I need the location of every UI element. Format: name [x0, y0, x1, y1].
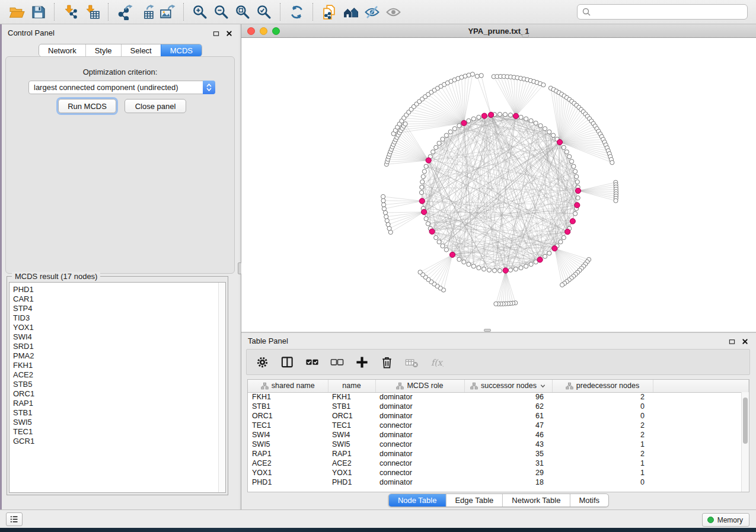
- mcds-result-list[interactable]: PHD1CAR1STP4TID3YOX1SWI4SRD1PMA2FKH1ACE2…: [9, 282, 226, 493]
- cell-shared-name[interactable]: ORC1: [248, 411, 328, 421]
- table-scrollbar[interactable]: [741, 392, 749, 492]
- mcds-result-item[interactable]: PMA2: [13, 351, 225, 361]
- tab-mcds[interactable]: MCDS: [161, 44, 202, 56]
- mcds-hub-node[interactable]: [481, 113, 487, 118]
- network-node[interactable]: [421, 175, 425, 179]
- cell-predecessor-nodes[interactable]: 2: [552, 430, 653, 440]
- cell-name[interactable]: FKH1: [328, 392, 375, 402]
- network-node[interactable]: [529, 118, 533, 123]
- zoom-out-button[interactable]: [210, 2, 232, 22]
- column-header-successor-nodes[interactable]: successor nodes: [464, 380, 552, 392]
- mcds-result-item[interactable]: TEC1: [13, 427, 225, 437]
- network-node[interactable]: [492, 268, 496, 273]
- network-node[interactable]: [534, 121, 538, 125]
- network-node[interactable]: [562, 145, 566, 149]
- cell-predecessor-nodes[interactable]: 2: [552, 421, 653, 430]
- import-network-button[interactable]: [60, 2, 81, 22]
- tab-select[interactable]: Select: [121, 44, 161, 56]
- mcds-hub-node[interactable]: [461, 120, 467, 126]
- cell-predecessor-nodes[interactable]: 2: [552, 392, 653, 402]
- network-node[interactable]: [497, 268, 502, 273]
- network-node[interactable]: [419, 190, 423, 194]
- column-header-mcds-role[interactable]: MCDS role: [375, 380, 464, 392]
- network-node[interactable]: [562, 236, 566, 240]
- cell-successor-nodes[interactable]: 35: [464, 449, 552, 459]
- memory-button[interactable]: Memory: [702, 513, 749, 527]
- mcds-hub-node[interactable]: [537, 257, 543, 262]
- table-row[interactable]: STB1STB1dominator620: [248, 402, 749, 411]
- network-node[interactable]: [529, 262, 533, 267]
- network-node[interactable]: [383, 210, 387, 214]
- mcds-hub-node[interactable]: [489, 112, 494, 117]
- network-window-titlebar[interactable]: YPA_prune.txt_1: [241, 24, 756, 38]
- cell-name[interactable]: PHD1: [328, 477, 375, 487]
- network-node[interactable]: [434, 236, 438, 240]
- mcds-result-item[interactable]: ORC1: [13, 389, 225, 399]
- mcds-hub-node[interactable]: [449, 252, 455, 257]
- network-node[interactable]: [494, 302, 498, 306]
- network-node[interactable]: [477, 266, 481, 270]
- tab-network-table[interactable]: Network Table: [502, 494, 569, 507]
- network-node[interactable]: [387, 226, 391, 230]
- mcds-result-item[interactable]: RAP1: [13, 399, 225, 408]
- network-node[interactable]: [610, 161, 614, 165]
- network-node[interactable]: [467, 262, 471, 267]
- network-node[interactable]: [572, 164, 576, 168]
- unselect-all-columns-button[interactable]: [328, 354, 345, 370]
- table-row[interactable]: SWI4SWI4dominator462: [248, 430, 749, 440]
- network-node[interactable]: [543, 254, 547, 258]
- mcds-hub-node[interactable]: [557, 139, 562, 145]
- run-mcds-button[interactable]: Run MCDS: [58, 99, 116, 113]
- mcds-hub-node[interactable]: [429, 229, 435, 234]
- column-header-predecessor-nodes[interactable]: predecessor nodes: [552, 380, 653, 392]
- panel-list-button[interactable]: [6, 512, 23, 526]
- table-row[interactable]: SWI5SWI5connector431: [248, 440, 749, 449]
- network-node[interactable]: [564, 150, 569, 154]
- table-row[interactable]: YOX1YOX1connector291: [248, 468, 749, 477]
- table-row[interactable]: ORC1ORC1dominator610: [248, 411, 749, 421]
- cell-successor-nodes[interactable]: 29: [464, 468, 552, 477]
- network-node[interactable]: [567, 155, 572, 159]
- eye-slash-button[interactable]: [361, 2, 382, 22]
- network-node[interactable]: [475, 74, 479, 78]
- zoom-selected-button[interactable]: [253, 2, 275, 22]
- cell-predecessor-nodes[interactable]: 1: [552, 468, 653, 477]
- mcds-hub-node[interactable]: [552, 246, 557, 251]
- cell-name[interactable]: ACE2: [328, 459, 375, 468]
- network-node[interactable]: [422, 169, 426, 174]
- cell-name[interactable]: SWI5: [328, 440, 375, 449]
- network-node[interactable]: [382, 203, 386, 207]
- network-node[interactable]: [470, 72, 474, 76]
- cell-shared-name[interactable]: TEC1: [248, 421, 328, 430]
- divider-handle-top[interactable]: [522, 34, 529, 37]
- export-network-button[interactable]: [114, 2, 135, 22]
- save-session-button[interactable]: [27, 2, 49, 22]
- cell-successor-nodes[interactable]: 31: [464, 459, 552, 468]
- network-node[interactable]: [444, 248, 448, 252]
- cell-predecessor-nodes[interactable]: 0: [552, 477, 653, 487]
- cell-successor-nodes[interactable]: 43: [464, 440, 552, 449]
- cell-name[interactable]: YOX1: [328, 468, 375, 477]
- network-node[interactable]: [403, 122, 407, 126]
- table-scrollbar-thumb[interactable]: [743, 398, 748, 444]
- cell-shared-name[interactable]: YOX1: [248, 468, 328, 477]
- cell-predecessor-nodes[interactable]: 1: [552, 440, 653, 449]
- show-columns-button[interactable]: [279, 354, 295, 370]
- cell-predecessor-nodes[interactable]: 0: [552, 411, 653, 421]
- network-node[interactable]: [614, 198, 618, 203]
- network-node[interactable]: [434, 145, 438, 149]
- network-node[interactable]: [384, 214, 388, 219]
- cell-mcds-role[interactable]: connector: [375, 468, 464, 477]
- network-node[interactable]: [487, 268, 491, 272]
- network-node[interactable]: [444, 133, 448, 137]
- search-box[interactable]: [577, 4, 748, 20]
- network-node[interactable]: [471, 117, 476, 121]
- cell-mcds-role[interactable]: connector: [375, 421, 464, 430]
- network-node[interactable]: [424, 164, 428, 168]
- cell-shared-name[interactable]: SWI5: [248, 440, 328, 449]
- network-node[interactable]: [381, 194, 385, 198]
- network-node[interactable]: [471, 264, 476, 268]
- network-node[interactable]: [418, 270, 422, 274]
- network-node[interactable]: [420, 180, 425, 184]
- eye-button[interactable]: [382, 2, 404, 22]
